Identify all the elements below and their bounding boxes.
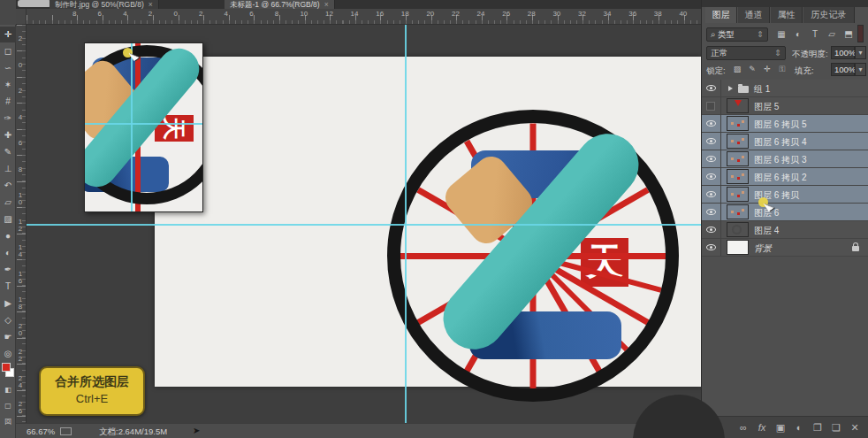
pen-tool[interactable]: ✒ xyxy=(0,262,16,278)
visibility-checkbox[interactable] xyxy=(706,102,715,111)
lock-all-icon[interactable]: ⚿ xyxy=(775,63,789,76)
quick-mask-icon[interactable]: ◧ xyxy=(0,382,16,398)
layer-style-icon[interactable]: fx xyxy=(754,420,770,434)
new-layer-icon[interactable]: ❏ xyxy=(828,420,844,434)
layer-name[interactable]: 组 1 xyxy=(754,83,770,96)
history-brush-tool[interactable]: ↶ xyxy=(0,178,16,194)
blur-tool[interactable]: ● xyxy=(0,228,16,244)
eye-icon[interactable] xyxy=(706,191,716,197)
screen-mode-icon[interactable]: ▢ xyxy=(0,398,16,414)
layer-row[interactable]: 图层 6 拷贝 xyxy=(702,186,868,204)
healing-brush-tool[interactable]: ✚ xyxy=(0,127,16,143)
fill-dropdown-icon[interactable]: ▾ xyxy=(855,63,866,76)
layer-name[interactable]: 图层 4 xyxy=(754,225,779,237)
layer-mask-icon[interactable]: ▣ xyxy=(773,420,788,434)
pixel-layer-filter-icon[interactable]: ▦ xyxy=(774,27,788,41)
adjustment-layer-filter-icon[interactable]: ◐ xyxy=(791,27,805,41)
lock-pixels-icon[interactable]: ✎ xyxy=(745,63,759,76)
opacity-dropdown-icon[interactable]: ▾ xyxy=(855,46,866,59)
layer-thumbnail[interactable] xyxy=(727,98,749,113)
new-group-icon[interactable]: ❐ xyxy=(810,420,826,434)
layer-row[interactable]: 组 1 xyxy=(702,80,868,97)
adjustment-layer-icon[interactable]: ◐ xyxy=(791,420,807,434)
visibility-cell[interactable] xyxy=(702,133,721,150)
eraser-tool[interactable]: ▱ xyxy=(0,195,16,211)
close-tab-icon[interactable]: × xyxy=(148,0,153,9)
fill-value[interactable]: 100% xyxy=(831,63,855,76)
eye-icon[interactable] xyxy=(706,156,716,162)
layer-thumbnail[interactable] xyxy=(727,240,749,255)
layer-name[interactable]: 图层 6 拷贝 3 xyxy=(754,154,806,166)
dodge-tool[interactable]: ◐ xyxy=(0,245,16,261)
layer-row[interactable]: 图层 6 xyxy=(702,204,868,221)
crop-tool[interactable]: # xyxy=(0,94,16,110)
visibility-cell[interactable] xyxy=(702,115,721,133)
zoom-level-value[interactable]: 66.67% xyxy=(27,426,55,436)
clone-stamp-tool[interactable]: ⊥ xyxy=(0,161,16,177)
visibility-cell[interactable] xyxy=(702,80,721,97)
visibility-cell[interactable] xyxy=(702,97,721,115)
expand-triangle-icon[interactable] xyxy=(728,86,733,91)
layer-name[interactable]: 图层 6 拷贝 4 xyxy=(754,136,806,149)
layer-thumbnail[interactable] xyxy=(727,134,749,149)
layer-row[interactable]: 图层 6 拷贝 3 xyxy=(702,150,868,168)
tab-properties[interactable]: 属性 xyxy=(771,7,803,23)
type-tool[interactable]: T xyxy=(0,279,16,295)
tab-history[interactable]: 历史记录 xyxy=(803,7,855,23)
lock-transparency-icon[interactable]: ▨ xyxy=(730,63,744,76)
visibility-cell[interactable] xyxy=(702,186,721,204)
shape-tool[interactable]: ◇ xyxy=(0,312,16,328)
layer-thumbnail[interactable] xyxy=(727,204,749,219)
layer-thumbnail[interactable] xyxy=(727,151,749,166)
document-canvas[interactable]: 天 xyxy=(155,57,701,387)
visibility-cell[interactable] xyxy=(702,150,721,168)
hand-tool[interactable]: ☛ xyxy=(0,329,16,345)
horizontal-guide[interactable] xyxy=(27,224,701,226)
floating-preview-window[interactable]: 天 xyxy=(84,42,203,212)
layer-thumbnail[interactable] xyxy=(727,187,749,202)
visibility-cell[interactable] xyxy=(702,204,721,221)
type-layer-filter-icon[interactable]: T xyxy=(808,27,822,41)
visibility-cell[interactable] xyxy=(702,168,721,186)
layer-name[interactable]: 背景 xyxy=(754,242,772,255)
close-tab-icon[interactable]: × xyxy=(324,0,329,9)
document-tab-1[interactable]: 制作时.jpg @ 50%(RGB/8)× xyxy=(49,0,159,9)
gradient-tool[interactable]: ▨ xyxy=(0,211,16,227)
link-layers-icon[interactable]: ∞ xyxy=(735,420,751,434)
eye-icon[interactable] xyxy=(706,120,716,127)
document-tab-2[interactable]: 未标题-1 @ 66.7%(RGB/8)× xyxy=(225,0,335,9)
status-menu-arrow-icon[interactable]: ➤ xyxy=(193,426,200,435)
eye-icon[interactable] xyxy=(706,209,716,215)
visibility-cell[interactable] xyxy=(702,239,721,257)
layer-row[interactable]: 背景 xyxy=(702,239,868,257)
layer-name[interactable]: 图层 6 拷贝 5 xyxy=(754,119,806,131)
brush-tool[interactable]: ✎ xyxy=(0,144,16,160)
layer-name[interactable]: 图层 5 xyxy=(754,101,779,113)
move-tool[interactable]: ✛ xyxy=(0,27,16,42)
magic-wand-tool[interactable]: ✶ xyxy=(0,77,16,93)
layer-name[interactable]: 图层 6 拷贝 2 xyxy=(754,172,806,184)
opacity-value[interactable]: 100% xyxy=(831,46,855,59)
layer-row[interactable]: 图层 6 拷贝 5 xyxy=(702,115,868,133)
layer-row[interactable]: 图层 4 xyxy=(702,221,868,239)
blend-mode-select[interactable]: 正常 ⇕ xyxy=(706,46,786,60)
delete-layer-icon[interactable]: ✕ xyxy=(847,420,863,434)
path-select-tool[interactable]: ▶ xyxy=(0,296,16,311)
eye-icon[interactable] xyxy=(706,173,716,180)
eye-icon[interactable] xyxy=(706,85,716,91)
eyedropper-tool[interactable]: ✑ xyxy=(0,111,16,127)
shape-layer-filter-icon[interactable]: ▱ xyxy=(825,27,839,41)
lasso-tool[interactable]: ∽ xyxy=(0,60,16,76)
foreground-color-swatch[interactable] xyxy=(2,363,11,372)
vertical-guide[interactable] xyxy=(405,25,407,423)
layer-row[interactable]: 图层 6 拷贝 2 xyxy=(702,168,868,186)
layer-thumbnail[interactable] xyxy=(727,116,749,131)
visibility-cell[interactable] xyxy=(702,221,721,239)
smart-object-filter-icon[interactable]: ⬒ xyxy=(841,27,856,41)
tab-layers[interactable]: 图层 xyxy=(705,7,737,23)
layer-filter-kind-select[interactable]: ⌕ 类型 ⇕ xyxy=(706,27,768,42)
eye-icon[interactable] xyxy=(706,138,716,144)
canvas-viewport[interactable]: 天 天 xyxy=(27,25,701,423)
eye-icon[interactable] xyxy=(706,244,716,250)
layer-row[interactable]: 图层 6 拷贝 4 xyxy=(702,133,868,150)
